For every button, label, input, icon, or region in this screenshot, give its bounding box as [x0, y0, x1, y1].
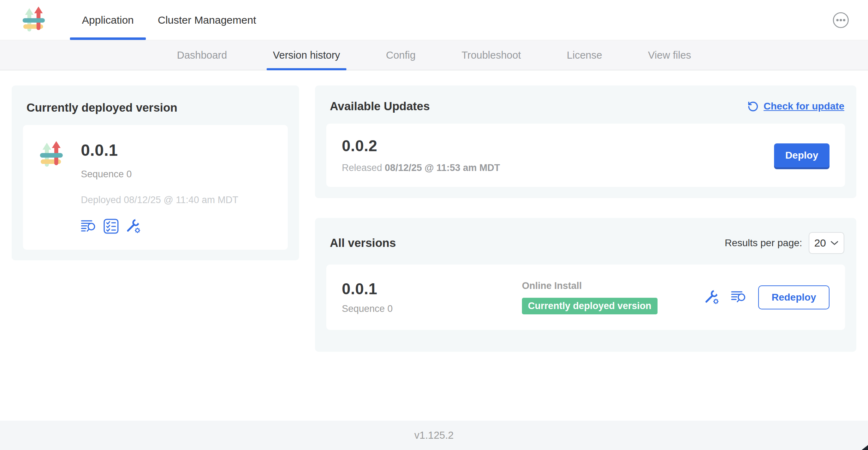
version-row-number: 0.0.1	[342, 280, 522, 298]
currently-deployed-badge: Currently deployed version	[522, 298, 658, 314]
deployed-version-number: 0.0.1	[81, 141, 238, 160]
more-menu-button[interactable]	[832, 11, 850, 29]
subnav-tab-config[interactable]: Config	[380, 40, 422, 70]
subnav-troubleshoot-label: Troubleshoot	[462, 49, 521, 61]
app-logo-icon	[37, 141, 66, 170]
deployed-version-card: 0.0.1 Sequence 0 Deployed 08/12/25 @ 11:…	[23, 125, 288, 250]
version-history-page: Currently deployed version 0.0	[0, 70, 868, 421]
subnav-version-history-label: Version history	[273, 49, 340, 61]
refresh-icon	[747, 101, 759, 112]
subnav-tab-dashboard[interactable]: Dashboard	[171, 40, 233, 70]
preflight-checks-icon[interactable]	[103, 218, 119, 234]
subnav-view-files-label: View files	[648, 49, 691, 61]
available-updates-section: Available Updates Check for update	[315, 85, 856, 198]
released-prefix: Released	[342, 162, 382, 173]
subnav-config-label: Config	[386, 49, 416, 61]
version-row-info: 0.0.1 Sequence 0	[342, 280, 522, 314]
results-per-page-label: Results per page:	[725, 237, 802, 249]
deployed-column: Currently deployed version 0.0	[12, 85, 299, 421]
currently-deployed-card: Currently deployed version 0.0	[12, 85, 299, 260]
deployed-version-info: 0.0.1 Sequence 0 Deployed 08/12/25 @ 11:…	[81, 141, 238, 234]
tab-cluster-management[interactable]: Cluster Management	[146, 0, 268, 40]
deployed-sequence: Sequence 0	[81, 169, 238, 180]
console-footer: v1.125.2	[0, 421, 868, 450]
results-per-page-select[interactable]: 20	[809, 232, 844, 254]
view-logs-icon[interactable]	[731, 290, 747, 304]
subnav-tab-troubleshoot[interactable]: Troubleshoot	[455, 40, 527, 70]
deployed-actions	[81, 218, 238, 234]
updates-column: Available Updates Check for update	[315, 85, 856, 421]
view-logs-icon[interactable]	[81, 219, 97, 233]
topbar-spacer	[268, 0, 832, 40]
currently-deployed-title: Currently deployed version	[26, 101, 288, 114]
subnav-dashboard-label: Dashboard	[177, 49, 227, 61]
ellipsis-circle-icon	[832, 11, 850, 29]
top-navbar: Application Cluster Management	[0, 0, 868, 40]
version-row-status: Online Install Currently deployed versio…	[522, 280, 704, 314]
app-logo-icon	[20, 6, 48, 34]
update-released-timestamp: Released 08/12/25 @ 11:53 am MDT	[342, 162, 500, 173]
deploy-button[interactable]: Deploy	[774, 143, 830, 167]
window-corner-mark	[862, 445, 868, 450]
all-versions-title: All versions	[330, 236, 396, 250]
check-for-update-label: Check for update	[763, 101, 844, 112]
console-tabs: Application Cluster Management	[70, 0, 268, 40]
all-versions-section: All versions Results per page: 20	[315, 218, 856, 352]
chevron-down-icon	[830, 241, 839, 245]
tab-cluster-management-label: Cluster Management	[158, 14, 256, 26]
version-row: 0.0.1 Sequence 0 Online Install Currentl…	[326, 265, 845, 330]
kots-admin-console: Application Cluster Management Dashboard	[0, 0, 868, 450]
edit-config-icon[interactable]	[125, 218, 141, 234]
app-subnav: Dashboard Version history Config Trouble…	[0, 40, 868, 70]
update-version-number: 0.0.2	[342, 137, 500, 155]
subnav-tab-view-files[interactable]: View files	[642, 40, 697, 70]
results-per-page: Results per page: 20	[725, 232, 844, 254]
version-row-actions: Redeploy	[704, 285, 830, 309]
subnav-tab-license[interactable]: License	[560, 40, 608, 70]
released-date: 08/12/25 @ 11:53 am MDT	[385, 162, 500, 173]
results-per-page-value: 20	[814, 237, 826, 249]
version-row-sequence: Sequence 0	[342, 303, 522, 314]
tab-application[interactable]: Application	[70, 0, 146, 40]
available-update-row: 0.0.2 Released 08/12/25 @ 11:53 am MDT D…	[326, 124, 845, 187]
tab-application-label: Application	[82, 14, 134, 26]
deployed-timestamp: Deployed 08/12/25 @ 11:40 am MDT	[81, 195, 238, 206]
arrows-logo	[23, 6, 45, 31]
subnav-tab-version-history[interactable]: Version history	[267, 40, 346, 70]
redeploy-button[interactable]: Redeploy	[758, 285, 830, 309]
available-updates-title: Available Updates	[330, 100, 430, 113]
update-info: 0.0.2 Released 08/12/25 @ 11:53 am MDT	[342, 137, 500, 173]
console-version: v1.125.2	[414, 430, 453, 441]
subnav-license-label: License	[567, 49, 602, 61]
check-for-update-link[interactable]: Check for update	[747, 101, 844, 112]
install-type-label: Online Install	[522, 280, 582, 291]
edit-config-icon[interactable]	[704, 289, 720, 305]
